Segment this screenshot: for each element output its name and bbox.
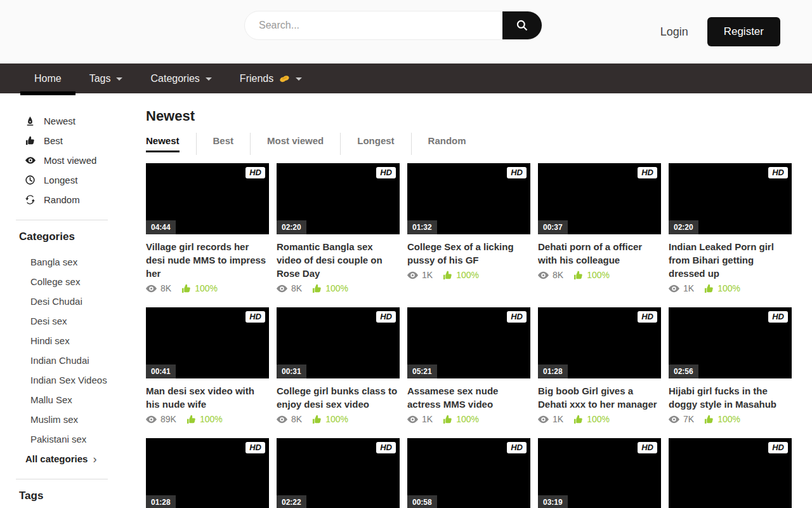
chevron-right-icon: › [93, 453, 96, 465]
sidebar-category-muslim-sex[interactable]: Muslim sex [30, 410, 127, 429]
sidebar-category-pakistani-sex[interactable]: Pakistani sex [30, 429, 127, 449]
duration-badge: 00:58 [407, 495, 437, 508]
tab-best[interactable]: Best [196, 133, 251, 155]
video-thumbnail[interactable]: HD 05:21 [407, 307, 530, 378]
nav-item-home[interactable]: Home [20, 64, 75, 93]
sidebar-item-longest[interactable]: Longest [25, 170, 127, 190]
video-title[interactable]: Hijabi girl fucks in the doggy style in … [669, 384, 792, 411]
tab-newest[interactable]: Newest [146, 133, 196, 155]
video-thumbnail[interactable]: HD 01:28 [538, 307, 661, 378]
sidebar-category-desi-chudai[interactable]: Desi Chudai [30, 291, 127, 311]
video-thumbnail[interactable]: HD 02:22 [277, 438, 400, 508]
sidebar-category-mallu-sex[interactable]: Mallu Sex [30, 390, 127, 410]
video-card[interactable]: HD 00:41 Man desi sex video with his nud… [146, 307, 269, 424]
sort-tabs: NewestBestMost viewedLongestRandom [146, 133, 792, 155]
duration-badge: 02:22 [277, 495, 306, 508]
rating: 100% [443, 414, 479, 424]
video-card[interactable]: HD 02:20 Romantic Bangla sex video of de… [277, 163, 400, 293]
video-stats: 89K 100% [146, 414, 269, 424]
video-title[interactable]: College girl bunks class to enjoy desi s… [277, 384, 400, 411]
duration-badge: 02:56 [669, 364, 698, 378]
tab-longest[interactable]: Longest [340, 133, 410, 155]
video-title[interactable]: College Sex of a licking pussy of his GF [407, 240, 530, 267]
sidebar-category-indian-chudai[interactable]: Indian Chudai [30, 351, 127, 370]
sidebar-category-indian-sex-videos[interactable]: Indian Sex Videos [30, 370, 127, 390]
video-title[interactable]: Assamese sex nude actress MMS video [407, 384, 530, 411]
video-title[interactable]: Big boob Girl gives a Dehati xxx to her … [538, 384, 661, 411]
video-card[interactable]: HD 00:37 Dehati porn of a officer with h… [538, 163, 661, 293]
nav-item-friends[interactable]: Friends [226, 64, 316, 93]
thumbs-up-icon [573, 271, 583, 280]
sidebar-item-best[interactable]: Best [25, 131, 127, 150]
main-content: Newest NewestBestMost viewedLongestRando… [127, 93, 811, 508]
video-card[interactable]: HD 00:31 College girl bunks class to enj… [277, 307, 400, 424]
video-thumbnail[interactable]: HD 02:20 [277, 163, 400, 234]
video-title[interactable]: Village girl records her desi nude MMS t… [146, 240, 269, 280]
search-button[interactable] [502, 11, 542, 39]
video-thumbnail[interactable]: HD 02:56 [669, 307, 792, 378]
auth-area: Login Register [660, 0, 780, 64]
view-count: 89K [146, 414, 176, 424]
video-thumbnail[interactable]: HD 01:32 [407, 163, 530, 234]
nav-item-label: Tags [89, 73, 111, 84]
sidebar-category-college-sex[interactable]: College sex [30, 272, 127, 291]
thumbs-up-icon [573, 415, 583, 424]
video-card[interactable]: HD 02:22 Outdoor xvideo with hot randi [277, 438, 400, 508]
video-thumbnail[interactable]: HD 02:20 [669, 163, 792, 234]
view-count: 1K [538, 414, 563, 424]
video-title[interactable]: Indian Leaked Porn girl from Bihari gett… [669, 240, 792, 280]
tab-random[interactable]: Random [411, 133, 483, 155]
video-card[interactable]: HD 01:28 Big boob Girl gives a Dehati xx… [538, 307, 661, 424]
video-thumbnail[interactable]: HD [669, 438, 792, 508]
nav-item-label: Home [34, 73, 62, 84]
view-count: 1K [669, 283, 694, 293]
video-thumbnail[interactable]: HD 00:41 [146, 307, 269, 378]
search-input[interactable] [245, 11, 502, 39]
eye-icon [25, 156, 36, 166]
hd-badge: HD [507, 167, 527, 178]
video-card[interactable]: HD Hot Leaked Porn of a Desi Couple [669, 438, 792, 508]
hd-badge: HD [246, 311, 265, 323]
video-card[interactable]: HD 01:32 College Sex of a licking pussy … [407, 163, 530, 293]
video-card[interactable]: HD 00:58 A horny guy drills his GF tight… [407, 438, 530, 508]
video-title[interactable]: Romantic Bangla sex video of desi couple… [277, 240, 400, 280]
login-link[interactable]: Login [660, 25, 688, 39]
chevron-down-icon [296, 77, 302, 81]
video-title[interactable]: Man desi sex video with his nude wife [146, 384, 269, 411]
categories-heading: Categories [19, 231, 127, 243]
nav-item-categories[interactable]: Categories [136, 64, 225, 93]
thumbs-up-icon [443, 271, 452, 280]
video-card[interactable]: HD 03:19 Rough Sex An wife bounces on he… [538, 438, 661, 508]
video-thumbnail[interactable]: HD 01:28 [146, 438, 269, 508]
view-count: 8K [538, 270, 563, 280]
rating: 100% [312, 414, 348, 424]
nav-item-tags[interactable]: Tags [75, 64, 137, 93]
video-thumbnail[interactable]: HD 04:44 [146, 163, 269, 234]
sidebar-category-desi-sex[interactable]: Desi sex [30, 311, 127, 331]
register-button[interactable]: Register [707, 17, 780, 46]
all-categories-link[interactable]: All categories › [25, 449, 127, 469]
thumbs-up-icon [312, 415, 322, 424]
video-card[interactable]: HD 02:56 Hijabi girl fucks in the doggy … [669, 307, 792, 424]
video-card[interactable]: HD 02:20 Indian Leaked Porn girl from Bi… [669, 163, 792, 293]
divider [16, 220, 108, 220]
sidebar-category-bangla-sex[interactable]: Bangla sex [30, 252, 127, 272]
hd-badge: HD [768, 442, 788, 453]
thumbs-up-icon [704, 415, 714, 424]
video-thumbnail[interactable]: HD 00:37 [538, 163, 661, 234]
sidebar-category-hindi-sex[interactable]: Hindi sex [30, 331, 127, 351]
video-title[interactable]: Dehati porn of a officer with his collea… [538, 240, 661, 267]
video-thumbnail[interactable]: HD 03:19 [538, 438, 661, 508]
video-thumbnail[interactable]: HD 00:58 [407, 438, 530, 508]
video-thumbnail[interactable]: HD 00:31 [277, 307, 400, 378]
sidebar-item-most-viewed[interactable]: Most viewed [25, 150, 127, 170]
sidebar-item-newest[interactable]: Newest [25, 111, 127, 131]
sidebar-item-random[interactable]: Random [25, 190, 127, 210]
search-bar [244, 11, 542, 40]
rating: 100% [704, 283, 740, 293]
video-card[interactable]: HD 01:28 Man fucks his slut wife in Deha… [146, 438, 269, 508]
video-card[interactable]: HD 04:44 Village girl records her desi n… [146, 163, 269, 293]
clock-icon [25, 175, 36, 185]
video-card[interactable]: HD 05:21 Assamese sex nude actress MMS v… [407, 307, 530, 424]
tab-most-viewed[interactable]: Most viewed [250, 133, 340, 155]
